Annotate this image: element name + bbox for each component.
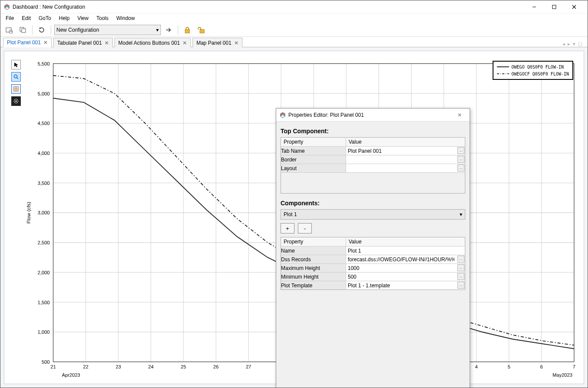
prop-maxh-input[interactable] [346,264,456,272]
add-component-button[interactable]: + [281,223,294,233]
close-button[interactable] [564,0,584,13]
prop-layout-label: Layout [281,164,346,173]
tab-tabulate-panel[interactable]: Tabulate Panel 001✕ [53,38,113,47]
ellipsis-button[interactable]: … [457,282,464,289]
ellipsis-button[interactable]: … [457,164,464,171]
svg-line-29 [17,102,17,102]
svg-text:1,000: 1,000 [38,329,50,335]
prop-tab-name-label: Tab Name [281,147,346,155]
ellipsis-button[interactable]: … [457,147,464,154]
prop-name-input[interactable] [346,247,456,255]
prop-template-input[interactable] [346,281,456,289]
menu-tools[interactable]: Tools [93,14,112,22]
prop-tab-name-input[interactable] [346,147,456,155]
svg-text:3,500: 3,500 [38,180,50,185]
menubar: File Edit GoTo Help View Tools Window [0,13,588,23]
app-window: Dashboard : New Configuration File Edit … [0,0,588,388]
menu-view[interactable]: View [74,14,92,22]
svg-text:4,500: 4,500 [38,121,50,126]
gear-tool[interactable] [11,96,21,106]
menu-window[interactable]: Window [113,14,138,22]
tab-close-icon[interactable]: ✕ [43,39,48,46]
ellipsis-button[interactable]: … [457,273,464,280]
lock-closed-icon[interactable] [181,24,193,36]
prop-minh-label: Minimum Height [281,273,346,281]
tab-maximize-icon[interactable]: ▢ [577,41,583,47]
top-component-heading: Top Component: [281,128,465,135]
menu-goto[interactable]: GoTo [35,14,55,22]
ellipsis-button[interactable]: … [457,264,464,271]
tab-next-icon[interactable]: ▸ [567,41,571,47]
copy-config-button[interactable] [17,24,29,36]
plot-side-tools [10,59,23,380]
svg-text:5: 5 [508,364,510,369]
lock-open-icon[interactable] [195,24,207,36]
svg-text:27: 27 [246,364,251,369]
svg-text:22: 22 [83,364,88,369]
svg-text:26: 26 [213,364,219,369]
grid-tool[interactable] [11,84,21,94]
svg-text:Apr2023: Apr2023 [62,372,80,377]
tab-label: Tabulate Panel 001 [57,40,102,46]
svg-point-17 [14,75,17,78]
component-select[interactable]: Plot 1 ▾ [281,209,465,220]
dialog-title: Properties Editor: Plot Panel 001 [288,112,364,118]
tab-model-actions[interactable]: Model Actions Buttons 001✕ [114,38,191,47]
go-button[interactable] [163,24,175,36]
minimize-button[interactable] [524,0,544,13]
dialog-close-button[interactable]: ✕ [453,109,466,121]
new-config-button[interactable]: + [3,24,15,36]
component-select-value: Plot 1 [284,211,297,217]
svg-text:1,500: 1,500 [38,299,50,305]
config-select[interactable]: New Configuration ▾ [54,25,161,35]
column-value: Value [346,237,465,247]
svg-marker-16 [14,62,18,67]
properties-dialog: Properties Editor: Plot Panel 001 ✕ Top … [276,108,470,388]
pointer-tool[interactable] [11,60,21,69]
prop-name-label: Name [281,247,346,255]
prop-border-input[interactable] [346,155,456,164]
ellipsis-button[interactable]: … [457,156,464,163]
tab-map-panel[interactable]: Map Panel 001✕ [193,38,242,47]
svg-text:+: + [10,30,12,33]
tab-close-icon[interactable]: ✕ [234,40,238,46]
svg-rect-5 [552,5,556,9]
column-value: Value [346,138,465,147]
svg-text:7: 7 [573,364,575,369]
maximize-button[interactable] [544,0,564,13]
remove-component-button[interactable]: - [298,223,312,233]
svg-point-23 [16,101,17,102]
svg-text:4: 4 [475,364,478,369]
prop-template-label: Plot Template [281,281,346,290]
tab-close-icon[interactable]: ✕ [105,40,109,46]
svg-rect-14 [185,30,189,33]
prop-layout-input[interactable] [346,164,456,172]
config-select-value: New Configuration [56,27,99,33]
legend: OWEGO Q0S0F0 FLOW-IN OWEGOCF Q0S0F0 FLOW… [493,61,573,80]
zoom-tool[interactable] [11,72,21,82]
tabbar: Plot Panel 001✕ Tabulate Panel 001✕ Mode… [0,37,588,47]
svg-text:Flow (cfs): Flow (cfs) [26,202,31,224]
svg-line-28 [14,99,15,100]
prop-minh-input[interactable] [346,273,456,281]
menu-file[interactable]: File [2,14,17,22]
menu-help[interactable]: Help [56,14,73,22]
ellipsis-button[interactable]: … [457,256,464,263]
content-area: 5001,0001,5002,0002,5003,0003,5004,0004,… [0,47,588,388]
prop-dss-input[interactable] [346,255,456,263]
svg-rect-15 [200,30,204,33]
menu-edit[interactable]: Edit [18,14,34,22]
tab-plot-panel[interactable]: Plot Panel 001✕ [3,38,52,47]
svg-text:3,000: 3,000 [38,210,50,215]
app-icon [4,4,10,10]
refresh-button[interactable] [36,24,48,36]
tab-prev-icon[interactable]: ◂ [562,41,566,47]
svg-text:4,000: 4,000 [38,151,50,156]
window-title: Dashboard : New Configuration [13,4,85,10]
svg-text:23: 23 [116,364,121,369]
tab-close-icon[interactable]: ✕ [183,40,187,46]
tab-dropdown-icon[interactable]: ▾ [572,41,576,47]
dialog-footer: OK Cancel Apply [276,386,470,388]
svg-line-30 [17,99,17,100]
components-heading: Components: [281,200,465,207]
